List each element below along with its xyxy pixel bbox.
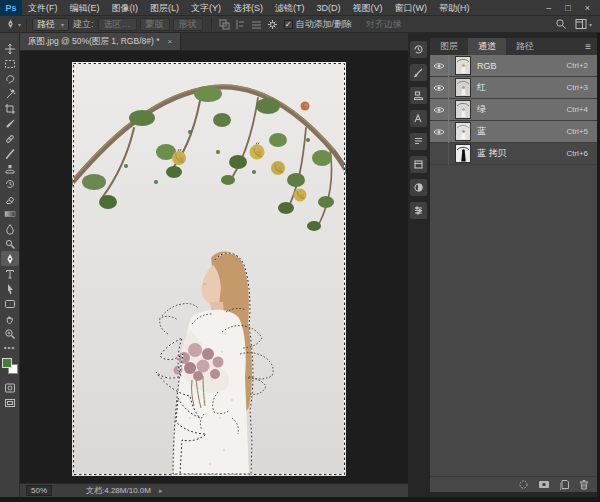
- make-selection-button[interactable]: 选区…: [98, 18, 137, 31]
- hand-tool[interactable]: [1, 311, 19, 326]
- tool-options-bar: ▾ 路径 ▾ 建立: 选区… 蒙版 形状 ✓ 自动添加/删除 对齐边缘 ▾: [0, 16, 600, 33]
- menu-filter[interactable]: 滤镜(T): [269, 0, 311, 16]
- chevron-down-icon: ▾: [61, 21, 64, 28]
- delete-channel-icon[interactable]: [579, 479, 589, 490]
- minimize-button[interactable]: –: [546, 0, 551, 16]
- channel-row-blue-copy[interactable]: 蓝 拷贝 Ctrl+6: [430, 143, 597, 165]
- path-alignment-icon[interactable]: [234, 18, 248, 30]
- eyedropper-tool[interactable]: [1, 116, 19, 131]
- load-selection-icon[interactable]: [518, 479, 529, 490]
- make-label: 建立:: [73, 18, 94, 31]
- channel-shortcut: Ctrl+4: [566, 105, 597, 114]
- visibility-eye-icon[interactable]: [430, 99, 449, 121]
- canvas-area: 原图.jpg @ 50%(图层 1, RGB/8#) * ×: [20, 33, 408, 497]
- tool-mode-select[interactable]: 路径 ▾: [32, 18, 69, 31]
- menu-edit[interactable]: 编辑(E): [64, 0, 106, 16]
- eraser-tool[interactable]: [1, 191, 19, 206]
- new-channel-icon[interactable]: [559, 479, 570, 490]
- panel-tab-bar: 图层 通道 路径 ≡: [430, 38, 597, 55]
- horizontal-type-tool[interactable]: [1, 266, 19, 281]
- panel-menu-icon[interactable]: ≡: [579, 38, 597, 55]
- foreground-color-swatch[interactable]: [2, 358, 12, 368]
- close-button[interactable]: ×: [585, 0, 590, 16]
- channel-row-rgb[interactable]: RGB Ctrl+2: [430, 55, 597, 77]
- visibility-eye-icon[interactable]: [430, 77, 449, 99]
- gear-icon[interactable]: [266, 18, 280, 30]
- menu-3d[interactable]: 3D(D): [311, 0, 347, 16]
- lasso-tool[interactable]: [1, 71, 19, 86]
- document-tab[interactable]: 原图.jpg @ 50%(图层 1, RGB/8#) * ×: [20, 33, 181, 50]
- workspace-switcher-icon[interactable]: ▾: [575, 18, 592, 30]
- channel-thumbnail[interactable]: [456, 123, 470, 140]
- path-selection-tool[interactable]: [1, 281, 19, 296]
- quick-selection-tool[interactable]: [1, 86, 19, 101]
- quick-mask-button[interactable]: [1, 380, 19, 395]
- pen-tool[interactable]: [1, 251, 19, 266]
- menu-layer[interactable]: 图层(L): [144, 0, 185, 16]
- rectangular-marquee-tool[interactable]: [1, 56, 19, 71]
- zoom-tool[interactable]: [1, 326, 19, 341]
- search-icon[interactable]: [555, 18, 567, 30]
- spot-healing-brush-tool[interactable]: [1, 131, 19, 146]
- channel-thumbnail[interactable]: [456, 57, 470, 74]
- move-tool[interactable]: [1, 41, 19, 56]
- clone-source-panel-icon[interactable]: [410, 87, 427, 104]
- restore-button[interactable]: □: [565, 0, 570, 16]
- auto-add-delete-checkbox[interactable]: ✓: [284, 20, 293, 29]
- adjustments-panel-icon[interactable]: [410, 179, 427, 196]
- collapsed-panel-dock: [410, 41, 428, 219]
- brush-tool[interactable]: [1, 146, 19, 161]
- menu-view[interactable]: 视图(V): [347, 0, 389, 16]
- tool-preset-picker[interactable]: ▾: [0, 18, 21, 30]
- dodge-tool[interactable]: [1, 236, 19, 251]
- brush-settings-panel-icon[interactable]: [410, 64, 427, 81]
- character-panel-icon[interactable]: [410, 110, 427, 127]
- gradient-tool[interactable]: [1, 206, 19, 221]
- screen-mode-button[interactable]: [1, 395, 19, 410]
- photo-document[interactable]: [72, 62, 346, 476]
- make-mask-button[interactable]: 蒙版: [140, 18, 170, 31]
- visibility-eye-icon[interactable]: [430, 121, 449, 143]
- save-selection-as-channel-icon[interactable]: [538, 479, 550, 490]
- menu-bar: Ps 文件(F) 编辑(E) 图像(I) 图层(L) 文字(Y) 选择(S) 滤…: [0, 0, 600, 16]
- channel-row-blue[interactable]: 蓝 Ctrl+5: [430, 121, 597, 143]
- crop-tool[interactable]: [1, 101, 19, 116]
- menu-file[interactable]: 文件(F): [22, 0, 64, 16]
- auto-add-delete-label: 自动添加/删除: [296, 18, 353, 31]
- clone-stamp-tool[interactable]: [1, 161, 19, 176]
- visibility-eye-icon[interactable]: [430, 55, 449, 77]
- properties-panel-icon[interactable]: [410, 202, 427, 219]
- menu-help[interactable]: 帮助(H): [433, 0, 476, 16]
- history-panel-icon[interactable]: [410, 41, 427, 58]
- channel-thumbnail[interactable]: [456, 79, 470, 96]
- status-options-arrow-icon[interactable]: ▸: [159, 487, 163, 495]
- window-bottom-edge: [0, 497, 600, 502]
- channel-thumbnail[interactable]: [456, 101, 470, 118]
- document-tab-bar: 原图.jpg @ 50%(图层 1, RGB/8#) * ×: [20, 33, 408, 51]
- tab-paths[interactable]: 路径: [506, 38, 544, 55]
- channel-thumbnail[interactable]: [456, 145, 470, 162]
- channel-name: 红: [477, 81, 566, 94]
- menu-select[interactable]: 选择(S): [227, 0, 269, 16]
- libraries-panel-icon[interactable]: [410, 156, 427, 173]
- menu-window[interactable]: 窗口(W): [389, 0, 434, 16]
- channel-row-red[interactable]: 红 Ctrl+3: [430, 77, 597, 99]
- channel-row-green[interactable]: 绿 Ctrl+4: [430, 99, 597, 121]
- shape-tool[interactable]: [1, 296, 19, 311]
- menu-type[interactable]: 文字(Y): [185, 0, 227, 16]
- blur-tool[interactable]: [1, 221, 19, 236]
- tab-close-icon[interactable]: ×: [167, 37, 172, 46]
- visibility-eye-empty[interactable]: [430, 143, 449, 165]
- canvas-viewport[interactable]: [20, 51, 408, 483]
- paragraph-panel-icon[interactable]: [410, 133, 427, 150]
- path-arrangement-icon[interactable]: [250, 18, 264, 30]
- edit-toolbar-ellipsis[interactable]: •••: [4, 343, 15, 352]
- tab-layers[interactable]: 图层: [430, 38, 468, 55]
- menu-image[interactable]: 图像(I): [106, 0, 145, 16]
- history-brush-tool[interactable]: [1, 176, 19, 191]
- color-swatches[interactable]: [2, 358, 18, 374]
- make-shape-button[interactable]: 形状: [173, 18, 203, 31]
- tab-channels[interactable]: 通道: [468, 38, 506, 55]
- path-operations-icon[interactable]: [218, 18, 232, 30]
- zoom-level-field[interactable]: 50%: [26, 485, 52, 496]
